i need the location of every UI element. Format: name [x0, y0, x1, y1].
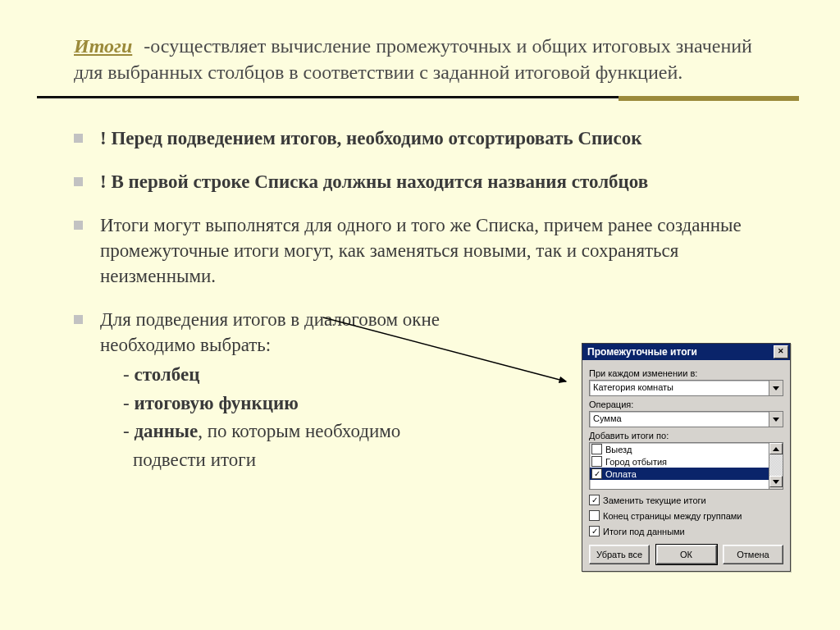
- lead-term: Итоги: [74, 35, 132, 57]
- check-label: Заменить текущие итоги: [603, 495, 706, 505]
- remove-all-button[interactable]: Убрать все: [589, 545, 650, 564]
- checkbox-icon[interactable]: [591, 456, 602, 467]
- sub-1: - столбец: [100, 361, 535, 390]
- select-operation-value: Сумма: [590, 412, 769, 427]
- sub-3-line2: подвести итоги: [100, 446, 535, 475]
- ok-button[interactable]: ОК: [656, 545, 717, 564]
- sub-3-rest: , по которым необходимо: [198, 421, 400, 441]
- button-label: Убрать все: [596, 550, 642, 559]
- sub-1-pre: -: [123, 364, 134, 385]
- dropdown-icon[interactable]: [769, 381, 783, 395]
- check-below[interactable]: ✓ Итоги под данными: [589, 526, 783, 536]
- chevron-up-icon: [773, 447, 779, 451]
- sub-1-text: столбец: [134, 364, 199, 385]
- slide: Итоги -осуществляет вычисление промежуто…: [0, 0, 840, 630]
- scrollbar[interactable]: [769, 443, 783, 489]
- bullet-4-lead2: необходимо выбрать:: [100, 332, 535, 358]
- select-operation[interactable]: Сумма: [589, 411, 783, 427]
- check-replace[interactable]: ✓ Заменить текущие итоги: [589, 495, 783, 505]
- checkbox-icon[interactable]: [589, 510, 600, 521]
- bullet-4-wrap: Для подведения итогов в диалоговом окне …: [100, 307, 535, 474]
- list-item-label: Оплата: [605, 469, 637, 479]
- columns-list[interactable]: Выезд Город отбытия ✓ Оплата: [589, 442, 783, 490]
- sub-3-pre: -: [123, 421, 134, 441]
- label-change-in: При каждом изменении в:: [589, 368, 783, 378]
- chevron-down-icon: [773, 418, 779, 422]
- list-item[interactable]: Выезд: [590, 443, 769, 455]
- bullet-4-lead1: Для подведения итогов в диалоговом окне: [100, 307, 535, 332]
- dialog-buttons: Убрать все ОК Отмена: [589, 545, 783, 564]
- lead-rest: -осуществляет вычисление промежуточных и…: [74, 35, 752, 83]
- check-pagebreak[interactable]: Конец страницы между группами: [589, 510, 783, 521]
- dialog-title-text: Промежуточные итоги: [587, 346, 697, 358]
- check-label: Конец страницы между группами: [603, 511, 742, 521]
- check-label: Итоги под данными: [603, 527, 685, 536]
- scroll-track[interactable]: [769, 454, 783, 476]
- close-button[interactable]: ✕: [774, 345, 788, 358]
- checkbox-icon[interactable]: ✓: [591, 468, 602, 479]
- checkbox-icon[interactable]: ✓: [589, 495, 600, 505]
- label-add-totals: Добавить итоги по:: [589, 431, 783, 441]
- lead-paragraph: Итоги -осуществляет вычисление промежуто…: [74, 33, 783, 86]
- bullet-2: ! В первой строке Списка должны находитс…: [74, 169, 783, 194]
- sub-3: - данные, по которым необходимо: [100, 418, 535, 446]
- select-change-in[interactable]: Категория комнаты: [589, 380, 783, 396]
- divider-accent: [619, 96, 799, 101]
- button-label: Отмена: [737, 550, 769, 559]
- select-change-in-value: Категория комнаты: [590, 381, 769, 395]
- scroll-down-button[interactable]: [769, 476, 783, 487]
- sub-3-bold: данные: [134, 421, 198, 441]
- scroll-up-button[interactable]: [769, 443, 783, 454]
- chevron-down-icon: [773, 480, 779, 484]
- columns-list-inner: Выезд Город отбытия ✓ Оплата: [590, 443, 769, 489]
- dropdown-icon[interactable]: [769, 412, 783, 427]
- chevron-down-icon: [773, 386, 779, 390]
- cancel-button[interactable]: Отмена: [723, 545, 783, 564]
- title-block: Итоги -осуществляет вычисление промежуто…: [74, 33, 783, 86]
- divider: [74, 96, 783, 101]
- bullet-3: Итоги могут выполнятся для одного и того…: [74, 212, 783, 289]
- sublist: - столбец - итоговую функцию - данные, п…: [100, 361, 535, 474]
- sub-2-pre: -: [123, 393, 134, 413]
- sub-2: - итоговую функцию: [100, 390, 535, 418]
- checkbox-icon[interactable]: [591, 444, 602, 454]
- subtotal-dialog: Промежуточные итоги ✕ При каждом изменен…: [582, 343, 791, 572]
- checkbox-icon[interactable]: ✓: [589, 526, 600, 536]
- list-item-label: Город отбытия: [605, 457, 667, 467]
- dialog-body: При каждом изменении в: Категория комнат…: [582, 360, 790, 571]
- bullet-1: ! Перед подведением итогов, необходимо о…: [74, 126, 783, 151]
- list-item-label: Выезд: [605, 445, 632, 454]
- label-operation: Операция:: [589, 399, 783, 409]
- sub-2-text: итоговую функцию: [134, 393, 298, 413]
- button-label: ОК: [680, 550, 692, 559]
- dialog-titlebar: Промежуточные итоги ✕: [582, 344, 790, 360]
- list-item-selected[interactable]: ✓ Оплата: [590, 468, 769, 480]
- list-item[interactable]: Город отбытия: [590, 455, 769, 468]
